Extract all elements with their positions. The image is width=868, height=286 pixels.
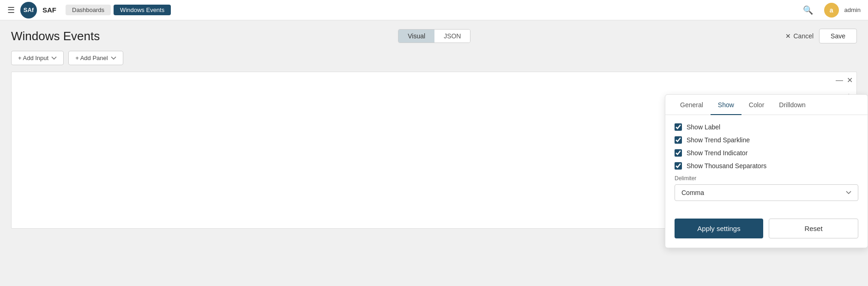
- json-tab[interactable]: JSON: [434, 30, 470, 43]
- delimiter-label: Delimiter: [675, 175, 858, 182]
- show-trend-sparkline-checkbox[interactable]: [675, 136, 682, 144]
- show-thousand-separators-text: Show Thousand Separators: [687, 162, 766, 170]
- username-label: admin: [844, 6, 861, 13]
- show-thousand-separators-checkbox[interactable]: [675, 162, 682, 170]
- tab-general[interactable]: General: [673, 95, 711, 115]
- show-trend-sparkline-text: Show Trend Sparkline: [687, 136, 750, 144]
- topnav: ☰ SAf SAF Dashboards Windows Events 🔍 a …: [0, 0, 868, 20]
- chevron-down-icon-2: [111, 55, 116, 61]
- page-header: Windows Events Visual JSON ✕ Cancel Save: [11, 29, 857, 43]
- show-trend-indicator-row: Show Trend Indicator: [675, 149, 858, 157]
- show-trend-sparkline-row: Show Trend Sparkline: [675, 136, 858, 144]
- visual-tab[interactable]: Visual: [398, 30, 434, 43]
- panel-close-button[interactable]: ✕: [847, 76, 853, 85]
- apply-settings-button[interactable]: Apply settings: [675, 219, 763, 238]
- panel-controls: — ✕: [836, 76, 853, 85]
- view-toggle: Visual JSON: [398, 29, 470, 43]
- tab-show[interactable]: Show: [711, 95, 741, 115]
- settings-panel: General Show Color Drilldown Show Label …: [665, 94, 868, 248]
- delimiter-select[interactable]: Comma Period Space: [675, 184, 858, 201]
- hamburger-icon[interactable]: ☰: [7, 5, 15, 15]
- brand-name: SAF: [42, 6, 56, 14]
- save-button[interactable]: Save: [819, 29, 857, 43]
- avatar: a: [824, 3, 839, 18]
- add-input-button[interactable]: + Add Input: [11, 51, 64, 65]
- page-title: Windows Events: [11, 29, 398, 43]
- breadcrumb-dashboards[interactable]: Dashboards: [66, 5, 111, 15]
- reset-button[interactable]: Reset: [769, 219, 858, 238]
- tab-color[interactable]: Color: [741, 95, 772, 115]
- close-icon: ✕: [785, 32, 791, 40]
- logo: SAf: [20, 2, 37, 18]
- page: Windows Events Visual JSON ✕ Cancel Save…: [0, 20, 868, 286]
- settings-body: Show Label Show Trend Sparkline Show Tre…: [665, 115, 868, 219]
- minimize-button[interactable]: —: [836, 76, 843, 85]
- show-thousand-separators-row: Show Thousand Separators: [675, 162, 858, 170]
- add-panel-button[interactable]: + Add Panel: [68, 51, 123, 65]
- show-label-text: Show Label: [687, 123, 720, 131]
- header-actions: ✕ Cancel Save: [785, 29, 857, 43]
- toolbar: + Add Input + Add Panel: [11, 51, 857, 65]
- show-label-row: Show Label: [675, 123, 858, 131]
- cancel-button[interactable]: ✕ Cancel: [785, 32, 814, 40]
- view-toggle-group: Visual JSON: [398, 29, 785, 43]
- show-trend-indicator-text: Show Trend Indicator: [687, 149, 747, 157]
- settings-footer: Apply settings Reset: [665, 219, 868, 248]
- show-label-checkbox[interactable]: [675, 123, 682, 131]
- breadcrumb-windows-events[interactable]: Windows Events: [114, 5, 171, 15]
- settings-tabs: General Show Color Drilldown: [665, 95, 868, 115]
- show-trend-indicator-checkbox[interactable]: [675, 149, 682, 157]
- search-icon[interactable]: 🔍: [803, 5, 813, 15]
- chevron-down-icon: [51, 55, 57, 61]
- tab-drilldown[interactable]: Drilldown: [772, 95, 813, 115]
- breadcrumb: Dashboards Windows Events: [66, 5, 171, 15]
